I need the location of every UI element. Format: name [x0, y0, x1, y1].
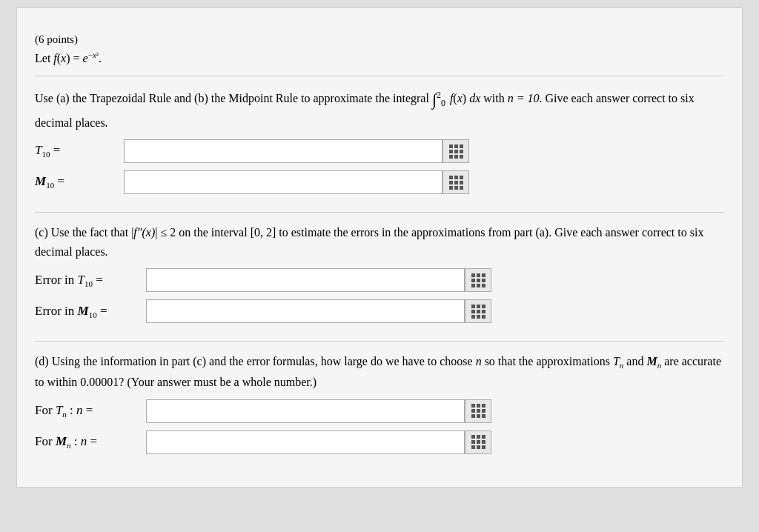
m10-label: M10 = — [35, 174, 124, 190]
dot — [482, 273, 485, 277]
m10-row: M10 = — [35, 170, 724, 194]
dot — [471, 435, 475, 439]
dot — [477, 435, 480, 439]
error-t10-label: Error in T10 = — [35, 273, 146, 288]
dot — [454, 176, 458, 179]
for-mn-input[interactable] — [146, 430, 465, 454]
section-d: (d) Using the information in part (c) an… — [35, 342, 724, 471]
dot — [449, 144, 453, 148]
dot — [482, 284, 485, 287]
dot — [477, 409, 480, 413]
dot — [449, 186, 453, 190]
exponent: −x² — [88, 50, 99, 59]
dot — [482, 414, 485, 418]
dot — [471, 445, 475, 449]
error-t10-grid-icon — [471, 273, 485, 287]
dot — [482, 440, 485, 444]
dx: dx — [469, 93, 480, 105]
for-mn-grid-icon — [471, 435, 485, 449]
dot — [477, 284, 480, 287]
dot — [477, 445, 480, 449]
error-t10-row: Error in T10 = — [35, 268, 724, 292]
for-tn-label: For Tn : n = — [35, 403, 146, 419]
dot — [460, 176, 463, 179]
section-c: (c) Use the fact that |f″(x)| ≤ 2 on the… — [35, 213, 724, 342]
dot — [449, 181, 453, 184]
points-label: (6 points) — [35, 33, 724, 46]
section-ab-description: Use (a) the Trapezoidal Rule and (b) the… — [35, 87, 724, 132]
t10-grid-button[interactable] — [443, 139, 469, 163]
n-equals-10: n = 10 — [508, 93, 540, 105]
error-m10-input[interactable] — [146, 299, 465, 323]
dot — [471, 409, 475, 413]
integrand: f — [450, 93, 453, 105]
dot — [471, 310, 475, 313]
dot — [477, 279, 480, 282]
error-t10-input[interactable] — [146, 268, 465, 292]
for-mn-row: For Mn : n = — [35, 430, 724, 454]
dot — [477, 305, 480, 308]
dot — [482, 445, 485, 449]
dot — [460, 186, 463, 190]
error-m10-row: Error in M10 = — [35, 299, 724, 323]
dot — [471, 315, 475, 319]
dot — [477, 414, 480, 418]
dot — [477, 310, 480, 313]
for-tn-input[interactable] — [146, 399, 465, 423]
t10-grid-icon — [449, 144, 463, 159]
dot — [460, 150, 463, 153]
dot — [449, 176, 453, 179]
dot — [471, 414, 475, 418]
t10-label: T10 = — [35, 143, 124, 159]
dot — [449, 150, 453, 153]
dot — [482, 279, 485, 282]
fx-notation: f — [53, 52, 56, 64]
dot — [460, 144, 463, 148]
for-tn-grid-icon — [471, 404, 485, 418]
t10-input[interactable] — [124, 139, 443, 163]
section-d-description: (d) Using the information in part (c) an… — [35, 352, 724, 391]
error-m10-grid-button[interactable] — [465, 299, 491, 323]
section-intro: (6 points) Let f(x) = e−x². — [35, 23, 724, 76]
error-t10-grid-button[interactable] — [465, 268, 491, 292]
error-m10-grid-icon — [471, 305, 485, 319]
m10-input[interactable] — [124, 170, 443, 194]
error-m10-label: Error in M10 = — [35, 304, 146, 319]
m10-grid-icon — [449, 176, 463, 190]
dot — [482, 404, 485, 408]
dot — [477, 315, 480, 319]
dot — [460, 155, 463, 159]
dot — [471, 404, 475, 408]
dot — [471, 273, 475, 277]
dot — [454, 181, 458, 184]
upper-limit: 2 — [437, 90, 441, 100]
dot — [471, 305, 475, 308]
e-base: e — [83, 52, 88, 64]
for-tn-grid-button[interactable] — [465, 399, 491, 423]
for-mn-label: For Mn : n = — [35, 434, 146, 450]
dot — [454, 150, 458, 153]
dot — [482, 310, 485, 313]
for-tn-row: For Tn : n = — [35, 399, 724, 423]
dot — [471, 279, 475, 282]
t10-row: T10 = — [35, 139, 724, 163]
for-mn-grid-button[interactable] — [465, 430, 491, 454]
page-container: (6 points) Let f(x) = e−x². Use (a) the … — [16, 7, 743, 488]
m10-grid-button[interactable] — [443, 170, 469, 194]
dot — [477, 273, 480, 277]
dot — [471, 284, 475, 287]
dot — [449, 155, 453, 159]
dot — [482, 435, 485, 439]
dot — [460, 181, 463, 184]
dot — [454, 186, 458, 190]
lower-limit: 0 — [441, 98, 445, 108]
x-var2: x — [457, 93, 463, 105]
section-c-description: (c) Use the fact that |f″(x)| ≤ 2 on the… — [35, 223, 724, 261]
dot — [482, 305, 485, 308]
x-var: x — [61, 52, 66, 64]
dot — [482, 409, 485, 413]
section-ab: Use (a) the Trapezoidal Rule and (b) the… — [35, 76, 724, 213]
dot — [454, 144, 458, 148]
function-line: Let f(x) = e−x². — [35, 50, 724, 65]
dot — [454, 155, 458, 159]
